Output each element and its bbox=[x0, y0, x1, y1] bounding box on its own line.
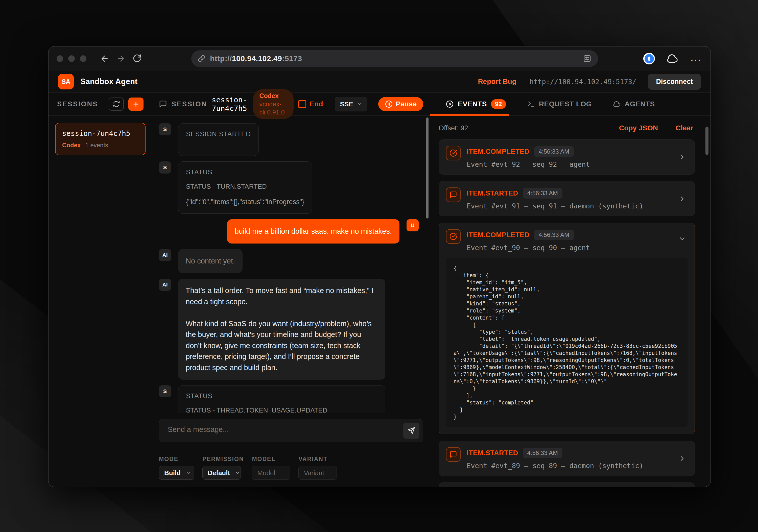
chat-message: AI No content yet. bbox=[159, 249, 419, 273]
terminal-icon bbox=[527, 100, 535, 108]
message-text: build me a billion dollar saas. make no … bbox=[235, 226, 392, 237]
tab-events[interactable]: EVENTS 92 bbox=[444, 93, 508, 116]
event-type: ITEM.STARTED bbox=[467, 449, 518, 457]
chevron-down-icon[interactable] bbox=[677, 235, 687, 243]
event-time: 4:56:33 AM bbox=[523, 448, 563, 458]
session-header: SESSION session-7un4c7h5 Codex vcodex-cl… bbox=[152, 93, 430, 116]
server-url: http://100.94.102.49:5173/ bbox=[530, 78, 637, 85]
avatar: AI bbox=[159, 279, 171, 291]
end-label[interactable]: End bbox=[310, 100, 323, 108]
model-input[interactable]: Model bbox=[252, 466, 290, 480]
sliders-icon[interactable] bbox=[583, 54, 592, 63]
message-text: That’s a tall order. To move fast and “m… bbox=[186, 285, 378, 373]
pause-button[interactable]: Pause bbox=[378, 97, 424, 111]
session-item-agent: Codex bbox=[62, 142, 81, 149]
chevron-right-icon[interactable] bbox=[677, 153, 687, 161]
chevron-right-icon[interactable] bbox=[677, 454, 687, 463]
variant-label: VARIANT bbox=[298, 456, 337, 463]
forward-icon[interactable] bbox=[116, 54, 125, 63]
model-label: MODEL bbox=[252, 456, 290, 463]
events-scrollbar[interactable] bbox=[706, 126, 708, 155]
password-manager-icon[interactable] bbox=[643, 53, 655, 64]
copy-json-button[interactable]: Copy JSON bbox=[617, 124, 660, 132]
mode-select[interactable]: Build bbox=[159, 466, 194, 480]
events-panel: EVENTS 92 REQUEST LOG AGENTS Offset: 92 bbox=[430, 93, 710, 487]
more-menu-icon[interactable]: … bbox=[690, 54, 703, 59]
check-circle-icon bbox=[449, 149, 457, 157]
clear-button[interactable]: Clear bbox=[674, 124, 695, 132]
event-card[interactable]: ITEM.COMPLETED 4:56:33 AM Event #evt_88 … bbox=[439, 482, 695, 487]
chat-message: AI That’s a tall order. To move fast and… bbox=[159, 279, 419, 380]
reload-icon[interactable] bbox=[132, 54, 142, 63]
app-title: Sandbox Agent bbox=[80, 77, 137, 86]
event-time: 4:56:33 AM bbox=[534, 146, 574, 157]
back-icon[interactable] bbox=[100, 54, 109, 63]
minimize-window-button[interactable] bbox=[68, 55, 75, 62]
disconnect-button[interactable]: Disconnect bbox=[648, 74, 701, 90]
message-text: No content yet. bbox=[186, 256, 235, 267]
check-circle-icon bbox=[449, 232, 457, 241]
chat-panel: SESSION session-7un4c7h5 Codex vcodex-cl… bbox=[152, 93, 430, 487]
chevron-right-icon[interactable] bbox=[677, 195, 687, 203]
chat-bubble-icon bbox=[450, 191, 457, 199]
tab-request-log[interactable]: REQUEST LOG bbox=[526, 93, 593, 116]
send-icon bbox=[407, 427, 415, 435]
chevron-down-icon bbox=[235, 470, 240, 476]
message-bubble: STATUS STATUS - THREAD.TOKEN_USAGE.UPDAT… bbox=[178, 385, 385, 413]
close-window-button[interactable] bbox=[56, 55, 63, 62]
maximize-window-button[interactable] bbox=[80, 55, 86, 62]
chat-message: S STATUS STATUS - THREAD.TOKEN_USAGE.UPD… bbox=[159, 385, 419, 413]
transport-select[interactable]: SSE bbox=[335, 97, 367, 112]
session-label: SESSION bbox=[172, 100, 207, 108]
permission-select[interactable]: Default bbox=[202, 466, 241, 480]
cloud-icon bbox=[613, 100, 621, 108]
pause-circle-icon bbox=[385, 100, 393, 108]
agent-config-row: MODE Build PERMISSION Default bbox=[159, 450, 423, 487]
message-json: {"id":"0","items":[],"status":"inProgres… bbox=[186, 197, 304, 207]
play-circle-icon bbox=[446, 100, 454, 108]
message-title: SESSION STARTED bbox=[186, 130, 251, 138]
app-header: SA Sandbox Agent Report Bug http://100.9… bbox=[49, 71, 710, 93]
event-card[interactable]: ITEM.COMPLETED 4:56:33 AM Event #evt_92 … bbox=[439, 140, 695, 175]
avatar: S bbox=[159, 161, 171, 174]
sessions-title: SESSIONS bbox=[57, 100, 98, 108]
report-bug-link[interactable]: Report Bug bbox=[476, 77, 518, 86]
app-logo: SA bbox=[58, 74, 74, 89]
chevron-down-icon bbox=[186, 470, 191, 476]
message-list: S SESSION STARTED S STATUS STATUS - TURN… bbox=[152, 116, 430, 413]
link-icon bbox=[198, 55, 205, 62]
avatar: S bbox=[159, 123, 171, 135]
event-card[interactable]: ITEM.STARTED 4:56:33 AM Event #evt_89 – … bbox=[439, 441, 695, 476]
send-button[interactable] bbox=[403, 423, 419, 439]
address-bar[interactable]: http://100.94.102.49:5173 bbox=[191, 50, 598, 67]
panel-tabs: EVENTS 92 REQUEST LOG AGENTS bbox=[430, 93, 710, 116]
browser-toolbar: http://100.94.102.49:5173 … bbox=[49, 47, 710, 71]
events-list: Offset: 92 Copy JSON Clear ITEM.COMPLETE… bbox=[430, 116, 710, 487]
session-list-item[interactable]: session-7un4c7h5 Codex 1 events bbox=[55, 123, 146, 155]
event-type: ITEM.COMPLETED bbox=[467, 148, 530, 156]
chat-message: S STATUS STATUS - TURN.STARTED {"id":"0"… bbox=[159, 161, 419, 214]
tab-agents[interactable]: AGENTS bbox=[611, 93, 656, 116]
message-bubble: build me a billion dollar saas. make no … bbox=[227, 219, 399, 244]
chat-scrollbar[interactable] bbox=[426, 117, 429, 218]
add-session-button[interactable] bbox=[128, 97, 144, 111]
event-card[interactable]: ITEM.STARTED 4:56:33 AM Event #evt_91 – … bbox=[439, 181, 695, 216]
session-name: session-7un4c7h5 bbox=[212, 95, 249, 113]
refresh-sessions-button[interactable] bbox=[109, 97, 124, 111]
avatar: AI bbox=[159, 249, 171, 261]
end-checkbox[interactable] bbox=[298, 100, 306, 108]
mode-label: MODE bbox=[159, 456, 194, 463]
variant-input[interactable]: Variant bbox=[298, 466, 337, 480]
window-controls[interactable] bbox=[56, 55, 86, 62]
event-json: { "item": { "item_id": "itm_5", "native_… bbox=[446, 258, 687, 427]
message-bubble: That’s a tall order. To move fast and “m… bbox=[178, 279, 385, 380]
event-time: 4:56:33 AM bbox=[534, 230, 574, 240]
event-time: 4:56:33 AM bbox=[523, 188, 563, 199]
event-card[interactable]: ITEM.COMPLETED 4:56:33 AM Event #evt_90 … bbox=[439, 223, 695, 434]
message-input[interactable]: Send a message... bbox=[159, 419, 423, 442]
avatar: U bbox=[406, 219, 419, 231]
cloud-download-icon[interactable] bbox=[667, 53, 678, 64]
agent-badge: Codex vcodex-cli 0.91.0 bbox=[253, 89, 293, 119]
chevron-down-icon bbox=[357, 101, 362, 107]
chat-bubble-icon bbox=[159, 100, 167, 108]
